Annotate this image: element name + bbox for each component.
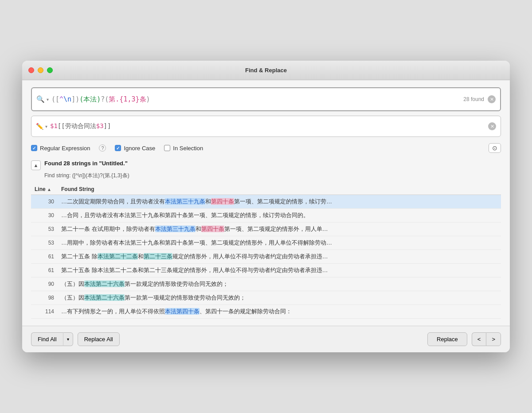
replace-chevron-icon[interactable]: ▾ bbox=[45, 124, 47, 129]
cell-line: 98 bbox=[31, 291, 58, 305]
cell-found-string: 第二十一条 在试用期中，除劳动者有本法第三十九条和第四十条第一项、第二项规定的情… bbox=[58, 222, 501, 236]
sort-arrow-icon[interactable]: ▲ bbox=[47, 187, 51, 192]
table-row[interactable]: 30…合同，且劳动者没有本法第三十九条和第四十条第一项、第二项规定的情形，续订劳… bbox=[31, 209, 501, 222]
table-row[interactable]: 53…用期中，除劳动者有本法第三十九条和第四十条第一项、第二项规定的情形外，用人… bbox=[31, 236, 501, 250]
search-pattern-part2: ^ bbox=[59, 95, 63, 103]
search-pattern-part3: \n bbox=[63, 95, 71, 103]
search-pattern-part4: ]) bbox=[71, 95, 79, 103]
in-selection-checkbox[interactable] bbox=[164, 145, 170, 151]
replace-bracket1: [[劳动合同法 bbox=[58, 122, 96, 129]
find-all-button[interactable]: Find All bbox=[31, 332, 63, 346]
in-selection-option[interactable]: In Selection bbox=[164, 145, 203, 152]
options-row: Regular Expression ? Ignore Case In Sele… bbox=[31, 143, 501, 153]
prev-button[interactable]: < bbox=[472, 332, 486, 346]
replace-bracket2: ]] bbox=[104, 122, 111, 129]
replace-dollar1: $1 bbox=[50, 122, 58, 129]
cell-line: 53 bbox=[31, 222, 58, 236]
window-title: Find & Replace bbox=[245, 67, 287, 74]
table-row[interactable]: 61第二十五条 除本法第二十二条和第二十三条规定的情形外，用人单位不得与劳动者约… bbox=[31, 250, 501, 264]
regular-expression-option[interactable]: Regular Expression bbox=[31, 145, 90, 152]
table-row[interactable]: 90（五）因本法第二十六条第一款规定的情形致使劳动合同无效的； bbox=[31, 277, 501, 291]
in-selection-label: In Selection bbox=[173, 145, 203, 152]
find-all-dropdown-button[interactable]: ▾ bbox=[63, 332, 73, 346]
cell-found-string: …有下列情形之一的，用人单位不得依照本法第四十条、第四十一条的规定解除劳动合同： bbox=[58, 305, 501, 319]
close-button[interactable] bbox=[28, 67, 34, 73]
traffic-lights bbox=[28, 67, 53, 73]
found-count: 28 found bbox=[463, 96, 484, 102]
cell-found-string: …合同，且劳动者没有本法第三十九条和第四十条第一项、第二项规定的情形，续订劳动合… bbox=[58, 209, 501, 222]
replace-clear-button[interactable]: ✕ bbox=[488, 122, 496, 130]
cell-found-string: （五）因本法第二十六条第一款规定的情形致使劳动合同无效的； bbox=[58, 277, 501, 291]
cell-line: 90 bbox=[31, 277, 58, 291]
cell-found-string: …用期中，除劳动者有本法第三十九条和第四十条第一项、第二项规定的情形外，用人单位… bbox=[58, 236, 501, 250]
search-pattern-part7: 第.{1,3}条 bbox=[109, 95, 146, 103]
replace-icon-area: ✏️ ▾ bbox=[36, 123, 47, 130]
search-pattern-part8: ) bbox=[146, 95, 150, 103]
cell-line: 61 bbox=[31, 250, 58, 264]
help-badge[interactable]: ? bbox=[99, 144, 106, 152]
cell-found-string: 第二十五条 除本法第二十二条和第二十三条规定的情形外，用人单位不得与劳动者约定由… bbox=[58, 264, 501, 277]
col-line: Line ▲ bbox=[31, 184, 58, 195]
find-replace-window: Find & Replace 🔍 ▾ ([^\n])(本法)?(第.{1,3}条… bbox=[22, 61, 510, 352]
cell-line: 30 bbox=[31, 209, 58, 222]
replace-input[interactable]: $1[[劳动合同法$3]] bbox=[50, 122, 488, 130]
collapse-button[interactable]: ▲ bbox=[31, 160, 41, 170]
col-line-label: Line bbox=[35, 186, 46, 192]
replace-dollar3: $3 bbox=[96, 122, 104, 129]
pencil-icon: ✏️ bbox=[36, 123, 43, 130]
search-pattern-part1: ([ bbox=[51, 95, 59, 103]
more-options-button[interactable]: ⊙ bbox=[489, 143, 501, 153]
table-row[interactable]: 30…二次固定期限劳动合同，且劳动者没有本法第三十九条和第四十条第一项、第二项规… bbox=[31, 195, 501, 209]
chevron-down-icon[interactable]: ▾ bbox=[47, 97, 49, 102]
table-row[interactable]: 98（五）因本法第二十六条第一款第一项规定的情形致使劳动合同无效的； bbox=[31, 291, 501, 305]
query-value: ([^\n])(本法)?(第.{1,3}条) bbox=[72, 172, 129, 179]
cell-found-string: 第二十五条 除本法第二十二条和第二十三条规定的情形外，用人单位不得与劳动者约定由… bbox=[58, 250, 501, 264]
next-button[interactable]: > bbox=[486, 332, 501, 346]
replace-button[interactable]: Replace bbox=[427, 332, 467, 346]
table-header-row: Line ▲ Found String bbox=[31, 184, 501, 195]
search-icon: 🔍 bbox=[36, 95, 45, 103]
search-input[interactable]: ([^\n])(本法)?(第.{1,3}条) bbox=[51, 95, 463, 104]
regular-expression-checkbox[interactable] bbox=[31, 145, 37, 151]
search-icon-area: 🔍 ▾ bbox=[36, 95, 49, 103]
results-table: Line ▲ Found String 30…二次固定期限劳动合同，且劳动者没有… bbox=[31, 184, 501, 319]
search-clear-button[interactable]: ✕ bbox=[488, 95, 496, 103]
table-row[interactable]: 114…有下列情形之一的，用人单位不得依照本法第四十条、第四十一条的规定解除劳动… bbox=[31, 305, 501, 319]
maximize-button[interactable] bbox=[47, 67, 53, 73]
search-pattern-part6: ?( bbox=[101, 95, 109, 103]
cell-line: 114 bbox=[31, 305, 58, 319]
ignore-case-checkbox[interactable] bbox=[115, 145, 121, 151]
cell-line: 30 bbox=[31, 195, 58, 209]
find-all-group: Find All ▾ bbox=[31, 332, 73, 346]
nav-group: < > bbox=[472, 332, 501, 346]
results-query: Find string: ([^\n])(本法)?(第.{1,3}条) bbox=[44, 172, 501, 179]
bottom-bar: Find All ▾ Replace All Replace < > bbox=[22, 326, 510, 352]
ignore-case-option[interactable]: Ignore Case bbox=[115, 145, 155, 152]
search-box[interactable]: 🔍 ▾ ([^\n])(本法)?(第.{1,3}条) 28 found ✕ bbox=[31, 87, 501, 111]
cell-line: 61 bbox=[31, 264, 58, 277]
ignore-case-label: Ignore Case bbox=[124, 145, 155, 152]
cell-found-string: （五）因本法第二十六条第一款第一项规定的情形致使劳动合同无效的； bbox=[58, 291, 501, 305]
minimize-button[interactable] bbox=[38, 67, 43, 73]
results-body: 30…二次固定期限劳动合同，且劳动者没有本法第三十九条和第四十条第一项、第二项规… bbox=[31, 195, 501, 319]
cell-found-string: …二次固定期限劳动合同，且劳动者没有本法第三十九条和第四十条第一项、第二项规定的… bbox=[58, 195, 501, 209]
table-row[interactable]: 53第二十一条 在试用期中，除劳动者有本法第三十九条和第四十条第一项、第二项规定… bbox=[31, 222, 501, 236]
results-title: Found 28 strings in "Untitled." bbox=[44, 160, 128, 167]
results-header: ▲ Found 28 strings in "Untitled." bbox=[31, 160, 501, 170]
main-content: 🔍 ▾ ([^\n])(本法)?(第.{1,3}条) 28 found ✕ ✏️… bbox=[22, 80, 510, 326]
regular-expression-label: Regular Expression bbox=[40, 145, 90, 152]
search-pattern-part5: (本法) bbox=[79, 95, 101, 103]
cell-line: 53 bbox=[31, 236, 58, 250]
col-found-string: Found String bbox=[58, 184, 501, 195]
replace-box[interactable]: ✏️ ▾ $1[[劳动合同法$3]] ✕ bbox=[31, 116, 501, 137]
table-row[interactable]: 61第二十五条 除本法第二十二条和第二十三条规定的情形外，用人单位不得与劳动者约… bbox=[31, 264, 501, 277]
replace-all-button[interactable]: Replace All bbox=[78, 332, 120, 346]
query-label: Find string: bbox=[44, 172, 70, 179]
titlebar: Find & Replace bbox=[22, 61, 510, 80]
